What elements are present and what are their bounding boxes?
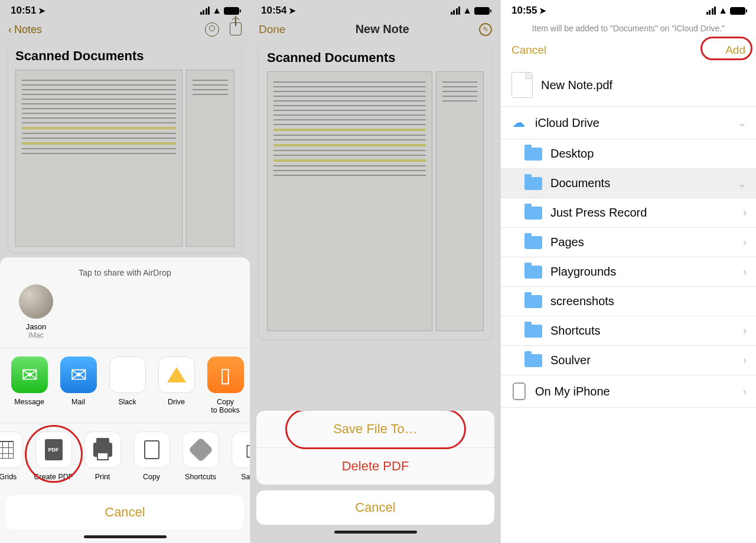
folder-label: Desktop: [550, 147, 594, 161]
airdrop-contact[interactable]: Jason iMac: [12, 284, 60, 339]
mail-icon: ✉: [60, 356, 97, 393]
back-button[interactable]: ‹Notes: [8, 24, 42, 36]
folder-label: Soulver: [550, 354, 591, 367]
done-button[interactable]: Done: [259, 23, 285, 36]
pane-file-picker: 10:55➤ ▲ Item will be added to "Document…: [501, 0, 756, 543]
folder-just-press-record[interactable]: Just Press Record›: [501, 198, 756, 228]
collaborate-icon[interactable]: [205, 22, 219, 37]
folder-screenshots[interactable]: screenshots: [501, 287, 756, 316]
wifi-icon: ▲: [212, 5, 221, 16]
time-label: 10:51: [11, 5, 36, 17]
icloud-drive-row[interactable]: ☁ iCloud Drive ⌄: [501, 107, 756, 139]
copy-icon: [133, 431, 170, 468]
share-sheet: Tap to share with AirDrop Jason iMac ✉Me…: [0, 257, 250, 543]
iphone-icon: [510, 383, 527, 400]
app-drive[interactable]: Drive: [152, 356, 201, 414]
cancel-button[interactable]: Cancel: [6, 495, 244, 529]
drive-icon: [158, 356, 195, 393]
chevron-right-icon: ›: [743, 266, 747, 278]
message-icon: ✉: [11, 356, 48, 393]
avatar-icon: [19, 284, 53, 319]
folder-icon: [524, 295, 542, 308]
pane-save-delete: 10:54➤ ▲ Done New Note ✎ Scanned Documen…: [250, 0, 501, 543]
app-label: Copy to Books: [201, 398, 250, 414]
folder-playgrounds[interactable]: Playgrounds›: [501, 257, 756, 287]
action-save[interactable]: ▯Save: [225, 431, 250, 481]
share-icon[interactable]: [230, 22, 242, 35]
folder-label: Documents: [550, 176, 610, 190]
save-icon: ▯: [232, 431, 250, 468]
save-file-button[interactable]: Save File To…: [256, 411, 494, 448]
grid-icon: [0, 431, 23, 468]
delete-pdf-button[interactable]: Delete PDF: [256, 448, 494, 485]
chevron-right-icon: ›: [743, 354, 747, 367]
sheet-title: Tap to share with AirDrop: [0, 263, 250, 284]
location-icon: ➤: [289, 6, 296, 15]
cloud-icon: ☁: [510, 115, 527, 131]
cell-signal-icon: [706, 6, 716, 15]
markup-icon[interactable]: ✎: [479, 23, 492, 36]
picker-nav: Cancel Add: [501, 39, 756, 64]
on-my-iphone-row[interactable]: On My iPhone ›: [501, 375, 756, 408]
action-print[interactable]: Print: [78, 431, 127, 481]
action-shortcuts[interactable]: Shortcuts: [176, 431, 225, 481]
app-label: Drive: [152, 398, 201, 406]
file-to-save: New Note.pdf: [501, 64, 756, 106]
battery-icon: [224, 7, 239, 15]
home-indicator[interactable]: [84, 535, 167, 538]
folder-icon: [524, 177, 542, 190]
cell-signal-icon: [200, 6, 210, 15]
status-bar: 10:55➤ ▲: [501, 0, 756, 19]
app-label: Mail: [54, 398, 103, 406]
location-icon: ➤: [539, 6, 546, 15]
scanned-doc-preview: [267, 71, 484, 331]
time-label: 10:54: [261, 5, 286, 17]
app-label: Slack: [103, 398, 152, 406]
back-label: Notes: [14, 24, 42, 36]
folder-icon: [524, 236, 542, 249]
folder-label: screenshots: [550, 295, 614, 308]
battery-icon: [730, 7, 745, 15]
folder-shortcuts[interactable]: Shortcuts›: [501, 316, 756, 346]
nav-title: New Note: [285, 22, 479, 36]
folder-documents[interactable]: Documents⌄: [501, 169, 756, 198]
chevron-down-icon: ⌄: [738, 177, 747, 190]
folder-icon: [524, 207, 542, 220]
app-message[interactable]: ✉Message: [5, 356, 54, 414]
chevron-right-icon: ›: [743, 385, 747, 398]
app-mail[interactable]: ✉Mail: [54, 356, 103, 414]
folder-icon: [524, 266, 542, 279]
location-list: ☁ iCloud Drive ⌄ Desktop Documents⌄ Just…: [501, 106, 756, 408]
airdrop-name: Jason: [12, 322, 60, 331]
pane-share-sheet: 10:51➤ ▲ ‹Notes Scanned Documents Tap to…: [0, 0, 250, 543]
action-label: Copy: [127, 473, 176, 481]
folder-pages[interactable]: Pages›: [501, 228, 756, 257]
home-indicator[interactable]: [334, 531, 417, 534]
app-slack[interactable]: ⧉Slack: [103, 356, 152, 414]
add-button[interactable]: Add: [725, 44, 745, 57]
action-sheet: Save File To… Delete PDF Cancel: [250, 411, 500, 543]
folder-desktop[interactable]: Desktop: [501, 139, 756, 169]
books-icon: ▯: [207, 356, 244, 393]
scanned-doc-preview: [15, 70, 234, 247]
app-books[interactable]: ▯Copy to Books: [201, 356, 250, 414]
file-icon: [511, 72, 533, 98]
location-icon: ➤: [38, 6, 45, 15]
chevron-down-icon: ⌄: [738, 116, 747, 129]
cancel-button[interactable]: Cancel: [511, 44, 546, 57]
airdrop-device: iMac: [12, 331, 60, 339]
location-label: iCloud Drive: [535, 116, 599, 130]
folder-icon: [524, 148, 542, 161]
cancel-button[interactable]: Cancel: [256, 490, 494, 525]
app-label: Message: [5, 398, 54, 406]
folder-label: Pages: [550, 235, 584, 249]
note-content: Scanned Documents: [259, 42, 492, 339]
action-create-pdf[interactable]: PDFCreate PDF: [29, 431, 78, 481]
slack-icon: ⧉: [109, 356, 146, 393]
wifi-icon: ▲: [462, 5, 472, 16]
action-copy[interactable]: Copy: [127, 431, 176, 481]
folder-label: Just Press Record: [550, 206, 647, 220]
nav-bar: ‹Notes: [0, 19, 250, 42]
folder-label: Shortcuts: [550, 324, 600, 338]
folder-soulver[interactable]: Soulver›: [501, 346, 756, 375]
